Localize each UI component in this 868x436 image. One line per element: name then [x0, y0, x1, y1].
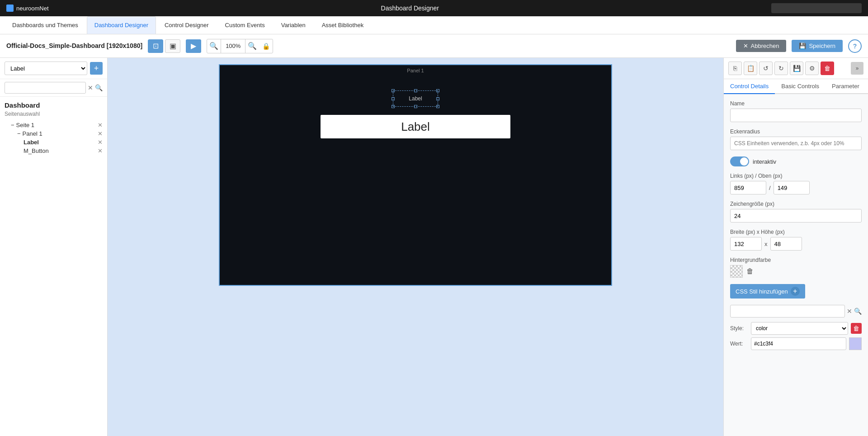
position-group: Links (px) / Oben (px) / [730, 173, 862, 194]
tab-control-details[interactable]: Control Details [724, 79, 775, 94]
handle-tl[interactable] [392, 89, 395, 92]
handle-br[interactable] [436, 105, 439, 108]
zeichengroesse-input[interactable] [730, 209, 862, 223]
style-select[interactable]: color [751, 322, 848, 335]
canvas-background[interactable]: Panel 1 Label Label [219, 64, 612, 286]
wert-input[interactable] [751, 337, 846, 350]
wert-color-swatch[interactable] [849, 337, 862, 350]
panel-label: Panel 1 [407, 68, 424, 73]
tree-item-seite1[interactable]: − Seite 1 ✕ [5, 121, 103, 129]
left-panel: Label + ✕ 🔍 Dashboard Seitenauswahl − Se… [0, 58, 108, 436]
size-row: x [730, 237, 862, 251]
delete-seite1-button[interactable]: ✕ [98, 122, 103, 128]
right-panel: ⎘ 📋 ↺ ↻ 💾 ⚙ 🗑 » Control Details Basic Co… [723, 58, 868, 436]
css-search-input[interactable] [730, 305, 845, 318]
delete-panel1-button[interactable]: ✕ [98, 131, 103, 137]
label-widget[interactable]: Label [393, 90, 438, 107]
cancel-button[interactable]: ✕ Abbrechen [736, 40, 787, 52]
zoom-in-button[interactable]: 🔍 [245, 39, 259, 53]
tab-variablen[interactable]: Variablen [274, 16, 313, 34]
pos-top-input[interactable] [774, 181, 810, 194]
style-label: Style: [730, 325, 748, 332]
tab-events[interactable]: Custom Events [217, 16, 273, 34]
label-display: Label [321, 115, 510, 138]
pos-left-input[interactable] [730, 181, 766, 194]
top-bar-right [771, 3, 862, 13]
tree-panel: Dashboard Seitenauswahl − Seite 1 ✕ − Pa… [0, 97, 107, 436]
lock-button[interactable]: 🔒 [259, 39, 273, 53]
top-bar: neuroomNet Dashboard Designer [0, 0, 868, 16]
handle-lm[interactable] [392, 97, 395, 100]
tree-subtitle: Seitenauswahl [5, 111, 103, 117]
search-clear-button[interactable]: ✕ [88, 84, 93, 91]
nav-tabs: Dashboards und Themes Dashboard Designer… [0, 16, 868, 34]
delete-label-button[interactable]: ✕ [98, 139, 103, 145]
style-delete-button[interactable]: 🗑 [851, 323, 862, 334]
name-input[interactable] [730, 109, 862, 122]
help-button[interactable]: ? [848, 39, 862, 53]
add-style-button[interactable]: CSS Stil hinzufügen + [730, 284, 805, 299]
search-bar: ✕ 🔍 [0, 79, 107, 97]
color-delete-button[interactable]: 🗑 [746, 267, 754, 275]
rp-settings-button[interactable]: ⚙ [805, 62, 819, 75]
search-button[interactable]: 🔍 [95, 84, 103, 91]
color-swatch[interactable] [730, 265, 743, 278]
tree-item-label[interactable]: Label ✕ [5, 138, 103, 147]
rp-undo-button[interactable]: ↺ [759, 62, 773, 75]
handle-tm[interactable] [414, 89, 417, 92]
handle-bm[interactable] [414, 105, 417, 108]
tab-designer[interactable]: Dashboard Designer [87, 16, 156, 34]
wert-label: Wert: [730, 341, 748, 347]
add-control-button[interactable]: + [90, 62, 103, 75]
interaktiv-toggle[interactable] [730, 156, 749, 166]
tree-item-mbutton[interactable]: M_Button ✕ [5, 147, 103, 155]
app-logo: neuroomNet [6, 5, 49, 12]
handle-tr[interactable] [436, 89, 439, 92]
rp-expand-button[interactable]: » [851, 62, 863, 75]
play-button[interactable]: ▶ [186, 39, 201, 53]
handle-bl[interactable] [392, 105, 395, 108]
tab-control[interactable]: Control Designer [157, 16, 217, 34]
tab-dashboards[interactable]: Dashboards und Themes [5, 16, 86, 34]
right-panel-content: Name Eckenradius interaktiv Links (px) /… [724, 94, 868, 436]
top-search-input[interactable] [771, 3, 862, 13]
position-label: Links (px) / Oben (px) [730, 173, 862, 179]
css-search-clear-button[interactable]: ✕ [847, 308, 852, 315]
right-tabs: Control Details Basic Controls Parameter [724, 79, 868, 94]
hintergrundfarbe-label: Hintergrundfarbe [730, 257, 862, 263]
tree-search-input[interactable] [5, 82, 86, 94]
eckenradius-group: Eckenradius [730, 128, 862, 150]
view-desktop-button[interactable]: ⊡ [148, 39, 163, 53]
rp-delete-button[interactable]: 🗑 [821, 62, 834, 75]
view-split-button[interactable]: ▣ [165, 39, 180, 53]
rp-save-button[interactable]: 💾 [790, 62, 803, 75]
tab-parameter[interactable]: Parameter [826, 79, 866, 94]
zoom-out-button[interactable]: 🔍 [207, 39, 221, 53]
canvas-area: Panel 1 Label Label [108, 58, 723, 436]
tab-basic-controls[interactable]: Basic Controls [775, 79, 826, 94]
size-width-input[interactable] [730, 237, 762, 251]
save-button[interactable]: 💾 Speichern [792, 40, 843, 52]
rp-copy-button[interactable]: ⎘ [728, 62, 742, 75]
rp-redo-button[interactable]: ↻ [774, 62, 788, 75]
right-panel-toolbar: ⎘ 📋 ↺ ↻ 💾 ⚙ 🗑 » [724, 58, 868, 79]
handle-rm[interactable] [436, 97, 439, 100]
css-search-button[interactable]: 🔍 [854, 308, 862, 315]
size-height-input[interactable] [770, 237, 802, 251]
dashboard-title: Official-Docs_Simple-Dashboard [1920x108… [6, 42, 142, 50]
interaktiv-label: interaktiv [753, 158, 776, 165]
zoom-value: 100% [221, 39, 245, 53]
control-type-select[interactable]: Label [5, 62, 87, 75]
size-separator: x [764, 241, 768, 247]
eckenradius-input[interactable] [730, 137, 862, 150]
pos-separator: / [769, 185, 771, 191]
tab-assets[interactable]: Asset Bibliothek [314, 16, 372, 34]
delete-mbutton-button[interactable]: ✕ [98, 148, 103, 154]
label-handles [393, 91, 438, 106]
logo-icon [6, 5, 14, 12]
style-row: Style: color 🗑 [730, 322, 862, 335]
tree-item-panel1[interactable]: − Panel 1 ✕ [5, 129, 103, 138]
wert-row: Wert: [730, 337, 862, 350]
rp-paste-button[interactable]: 📋 [744, 62, 757, 75]
zeichengroesse-label: Zeichengröße (px) [730, 201, 862, 207]
